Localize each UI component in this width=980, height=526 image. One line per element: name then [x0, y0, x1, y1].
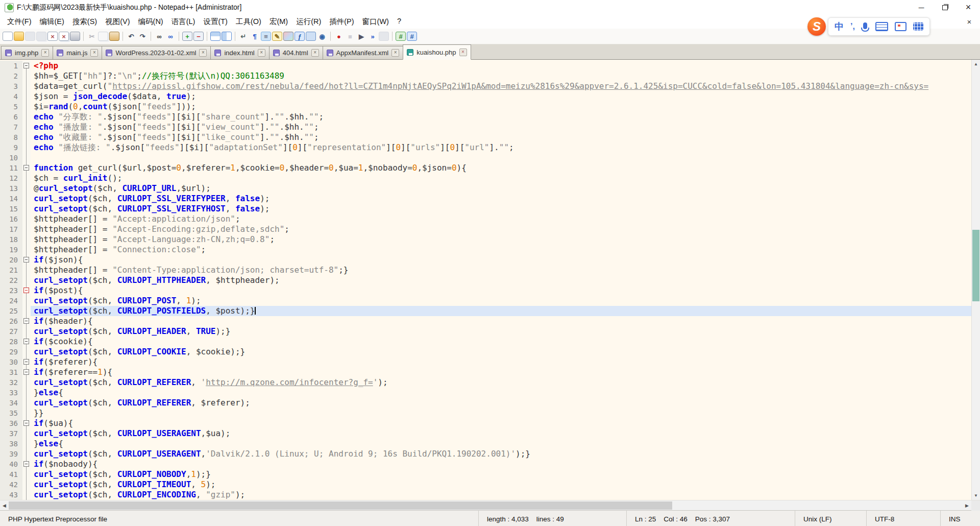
tab-index.html[interactable]: index.html×: [210, 46, 269, 59]
copy-icon[interactable]: [98, 32, 108, 41]
code-line-18[interactable]: 18$httpheader[] = "Accept-Language:zh-CN…: [0, 234, 971, 245]
code-line-23[interactable]: 23if($post){: [0, 285, 971, 296]
paste-icon[interactable]: [109, 32, 119, 41]
user-define-dialog-icon[interactable]: ✎: [272, 32, 282, 41]
restore-button[interactable]: [933, 0, 957, 15]
macro-record-icon[interactable]: ●: [334, 32, 344, 41]
horizontal-scroll-thumb[interactable]: [9, 501, 672, 510]
function-list-icon[interactable]: ƒ: [295, 32, 305, 41]
tab-close-icon[interactable]: ×: [459, 49, 467, 56]
fold-collapse-icon[interactable]: [23, 257, 29, 262]
tab-kuaishou.php[interactable]: kuaishou.php×: [403, 44, 471, 60]
sogou-logo-icon[interactable]: S: [807, 17, 826, 36]
code-line-7[interactable]: 7echo "播放量: ".$json["feeds"][$i]["view_c…: [0, 122, 971, 132]
scroll-left-arrow-icon[interactable]: ◀: [0, 500, 9, 511]
code-line-34[interactable]: 34curl_setopt($ch, CURLOPT_REFERER, $ref…: [0, 398, 971, 408]
code-line-25[interactable]: 25curl_setopt($ch, CURLOPT_POSTFIELDS, $…: [0, 306, 971, 316]
code-line-28[interactable]: 28if($cookie){: [0, 337, 971, 347]
code-line-33[interactable]: 33}else{: [0, 388, 971, 398]
scroll-down-arrow-icon[interactable]: ▼: [972, 491, 980, 500]
menu-item-12[interactable]: ?: [393, 15, 405, 28]
tab-404.html[interactable]: 404.html×: [269, 46, 323, 59]
folder-as-workspace-icon[interactable]: [306, 32, 316, 41]
fold-collapse-icon[interactable]: [23, 369, 29, 375]
redo-icon[interactable]: ↷: [137, 32, 148, 41]
replace-icon[interactable]: ∞: [165, 32, 176, 41]
save-all-icon[interactable]: [36, 32, 46, 41]
menu-item-3[interactable]: 视图(V): [101, 15, 134, 28]
tab-close-icon[interactable]: ×: [41, 49, 49, 57]
minimize-button[interactable]: ─: [910, 0, 933, 15]
code-line-20[interactable]: 20if($json){: [0, 255, 971, 265]
zoom-in-icon[interactable]: +: [182, 32, 192, 41]
macro-run-multiple-icon[interactable]: »: [368, 32, 378, 41]
code-line-39[interactable]: 39curl_setopt($ch, CURLOPT_USERAGENT,'Da…: [0, 449, 971, 459]
open-file-icon[interactable]: [14, 32, 24, 41]
plugin-grid-blue-icon[interactable]: #: [407, 32, 417, 41]
code-line-41[interactable]: 41curl_setopt($ch, CURLOPT_NOBODY,1);}: [0, 469, 971, 480]
code-line-3[interactable]: 3$data=get_curl("https://apissl.gifshow.…: [0, 81, 971, 91]
horizontal-scrollbar[interactable]: ◀ ▶: [0, 500, 980, 510]
code-line-32[interactable]: 32curl_setopt($ch, CURLOPT_REFERER, 'htt…: [0, 377, 971, 388]
code-line-4[interactable]: 4$json = json_decode($data, true);: [0, 91, 971, 102]
macro-stop-icon[interactable]: ■: [345, 32, 355, 41]
plugin-grid-green-icon[interactable]: #: [396, 32, 406, 41]
code-line-30[interactable]: 30if($referer){: [0, 357, 971, 367]
code-line-1[interactable]: 1<?php: [0, 61, 971, 71]
code-line-26[interactable]: 26if($header){: [0, 316, 971, 326]
tab-close-icon[interactable]: ×: [90, 49, 98, 57]
save-icon[interactable]: [25, 32, 35, 41]
menu-item-10[interactable]: 插件(P): [325, 15, 358, 28]
close-file-icon[interactable]: ×: [47, 32, 58, 41]
code-line-12[interactable]: 12$ch = curl_init();: [0, 173, 971, 183]
vertical-scrollbar[interactable]: ▲ ▼: [971, 60, 980, 500]
show-all-chars-icon[interactable]: ¶: [250, 32, 260, 41]
monitoring-icon[interactable]: ◉: [317, 32, 327, 41]
code-line-22[interactable]: 22curl_setopt($ch, CURLOPT_HTTPHEADER, $…: [0, 275, 971, 285]
tab-img.php[interactable]: img.php×: [1, 46, 53, 59]
microphone-icon[interactable]: [863, 22, 867, 29]
fold-collapse-icon[interactable]: [23, 420, 29, 426]
code-line-9[interactable]: 9echo "播放链接: ".$json["feeds"][$i]["adapt…: [0, 142, 971, 153]
tab-close-icon[interactable]: ×: [311, 49, 319, 57]
menu-item-1[interactable]: 编辑(E): [36, 15, 68, 28]
tab-AppxManifest.xml[interactable]: AppxManifest.xml×: [323, 46, 404, 59]
cut-icon[interactable]: ✂: [87, 32, 97, 41]
code-area[interactable]: 1<?php2$hh=$_GET["hh"]?:"\n";//换行符号(默认\n…: [0, 60, 971, 500]
tab-close-icon[interactable]: ×: [391, 49, 399, 57]
macro-save-icon[interactable]: [379, 32, 389, 41]
code-line-11[interactable]: 11function get_curl($url,$post=0,$refere…: [0, 163, 971, 173]
undo-icon[interactable]: ↶: [126, 32, 136, 41]
grid-icon[interactable]: [913, 22, 923, 31]
code-line-2[interactable]: 2$hh=$_GET["hh"]?:"\n";//换行符号(默认\n)QQ:30…: [0, 71, 971, 81]
find-icon[interactable]: ∞: [154, 32, 164, 41]
document-map-icon[interactable]: [283, 32, 293, 41]
keyboard-icon[interactable]: [875, 22, 888, 31]
scroll-right-arrow-icon[interactable]: ▶: [963, 500, 971, 511]
code-line-21[interactable]: 21$httpheader[] = "Content-Type:applicat…: [0, 265, 971, 275]
sync-horizontal-icon[interactable]: [222, 32, 232, 41]
toolbox-icon[interactable]: [895, 22, 906, 31]
menu-item-4[interactable]: 编码(N): [134, 15, 167, 28]
code-line-17[interactable]: 17$httpheader[] = "Accept-Encoding:gzip,…: [0, 224, 971, 234]
sync-vertical-icon[interactable]: [210, 32, 220, 41]
close-button[interactable]: ×: [957, 0, 980, 15]
menu-item-0[interactable]: 文件(F): [3, 15, 36, 28]
close-document-button[interactable]: ×: [964, 17, 975, 26]
vertical-scroll-thumb[interactable]: [972, 230, 979, 301]
code-line-43[interactable]: 43curl_setopt($ch, CURLOPT_ENCODING, "gz…: [0, 490, 971, 500]
menu-item-11[interactable]: 窗口(W): [358, 15, 393, 28]
tab-close-icon[interactable]: ×: [199, 49, 207, 57]
menu-item-9[interactable]: 运行(R): [292, 15, 325, 28]
code-line-15[interactable]: 15curl_setopt($ch, CURLOPT_SSL_VERIFYHOS…: [0, 204, 971, 214]
fold-collapse-icon[interactable]: [23, 318, 29, 324]
menu-item-5[interactable]: 语言(L): [167, 15, 200, 28]
fold-collapse-icon[interactable]: [23, 359, 29, 365]
new-file-icon[interactable]: [3, 32, 13, 41]
code-line-35[interactable]: 35}}: [0, 408, 971, 418]
code-line-24[interactable]: 24curl_setopt($ch, CURLOPT_POST, 1);: [0, 296, 971, 306]
scroll-up-arrow-icon[interactable]: ▲: [972, 60, 980, 68]
fold-collapse-icon[interactable]: [23, 339, 29, 344]
code-line-38[interactable]: 38}else{: [0, 439, 971, 449]
show-indent-guide-icon[interactable]: ≡: [261, 32, 271, 41]
